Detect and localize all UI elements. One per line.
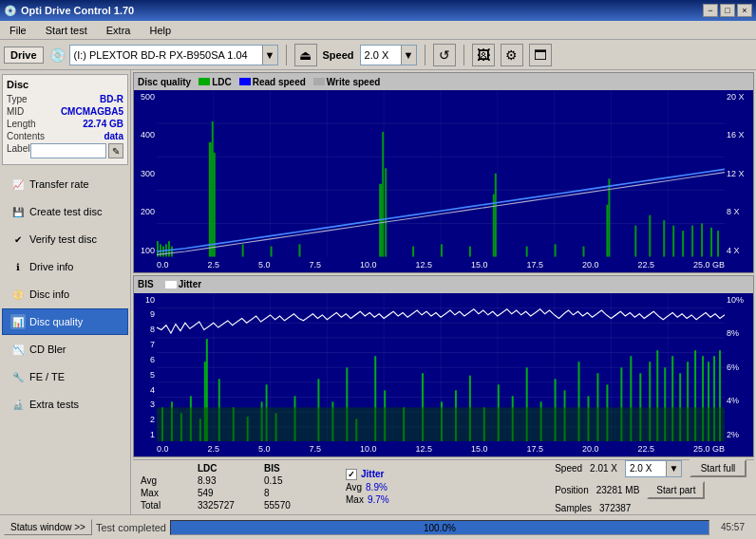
sidebar-label-disc-quality: Disc quality xyxy=(29,316,83,327)
close-button[interactable]: × xyxy=(737,4,752,17)
maximize-button[interactable]: □ xyxy=(720,4,735,17)
sidebar-item-cd-bler[interactable]: 📉 CD Bler xyxy=(2,336,128,362)
disc-label-edit-button[interactable]: ✎ xyxy=(108,143,123,158)
settings-button[interactable]: ⚙ xyxy=(501,44,523,66)
stats-ldc-total: 3325727 xyxy=(198,500,245,511)
sidebar-item-fe-te[interactable]: 🔧 FE / TE xyxy=(2,363,128,390)
legend-ldc: LDC xyxy=(198,77,232,87)
svg-rect-42 xyxy=(682,231,684,256)
sidebar-label-disc-info: Disc info xyxy=(29,288,69,300)
stats-speed-select[interactable]: 2.0 X ▼ xyxy=(625,460,682,477)
top-chart-svg xyxy=(157,90,725,257)
svg-rect-34 xyxy=(555,244,557,256)
disc-type-label: Type xyxy=(7,94,28,104)
disc-icon-button[interactable]: 🖼 xyxy=(472,44,495,66)
svg-rect-22 xyxy=(242,244,244,256)
stats-position-row: Position 23281 MB Start part xyxy=(555,481,747,499)
sidebar-item-create-test-disc[interactable]: 💾 Create test disc xyxy=(2,198,128,225)
disc-info-icon: 📀 xyxy=(10,287,26,302)
fe-te-icon: 🔧 xyxy=(10,369,26,384)
start-part-button[interactable]: Start part xyxy=(647,481,705,499)
y-label-5: 5 xyxy=(134,370,157,380)
svg-rect-46 xyxy=(717,231,719,256)
title-bar-buttons: − □ × xyxy=(703,4,752,17)
menu-file[interactable]: File xyxy=(4,23,32,38)
start-full-button[interactable]: Start full xyxy=(690,459,747,477)
sidebar-item-transfer-rate[interactable]: 📈 Transfer rate xyxy=(2,171,128,197)
y-label-1: 1 xyxy=(134,430,157,439)
svg-rect-41 xyxy=(672,226,674,257)
window-button[interactable]: 🗖 xyxy=(529,44,552,66)
stats-bis-col-header: BIS xyxy=(264,463,302,474)
top-chart-y-axis-left: 500 400 300 200 100 xyxy=(134,90,157,257)
svg-rect-29 xyxy=(441,244,443,256)
stats-speed-value: 2.01 X xyxy=(590,463,617,474)
stats-speed-dropdown[interactable]: ▼ xyxy=(666,461,681,476)
sidebar-label-drive-info: Drive info xyxy=(29,261,73,272)
stats-total-row: Total 3325727 55570 xyxy=(141,500,331,511)
stats-speed-select-val: 2.0 X xyxy=(630,463,652,474)
refresh-button[interactable]: ↺ xyxy=(433,44,456,66)
sidebar-label-extra-tests: Extra tests xyxy=(29,399,79,410)
svg-rect-44 xyxy=(701,223,703,256)
y-label-9: 9 xyxy=(134,309,157,319)
content-area: Disc quality LDC Read speed Write speed xyxy=(131,70,756,514)
legend-write-speed: Write speed xyxy=(313,77,381,87)
drive-dropdown-arrow[interactable]: ▼ xyxy=(262,46,277,65)
jitter-checkbox[interactable]: ✓ xyxy=(346,469,357,480)
sidebar-label-transfer-rate: Transfer rate xyxy=(29,178,89,190)
sidebar-item-disc-quality[interactable]: 📊 Disc quality xyxy=(2,308,128,335)
menu-start-test[interactable]: Start test xyxy=(40,23,93,38)
disc-contents-value: data xyxy=(104,131,123,141)
bottom-chart-y-axis-right: 10% 8% 6% 4% 2% xyxy=(725,293,753,441)
drive-name: (I:) PLEXTOR BD-R PX-B950SA 1.04 xyxy=(74,49,248,61)
stats-samples-label: Samples xyxy=(555,503,592,513)
stats-label-col xyxy=(141,463,179,474)
bottom-chart-svg-area xyxy=(157,293,725,441)
speed-select[interactable]: 2.0 X ▼ xyxy=(360,45,417,65)
sidebar-item-verify-test-disc[interactable]: ✔ Verify test disc xyxy=(2,226,128,252)
stats-max-label: Max xyxy=(141,488,179,498)
stats-ldc-bis: LDC BIS Avg 8.93 0.15 Max 549 8 Total xyxy=(141,463,331,511)
svg-rect-28 xyxy=(412,247,414,257)
stats-bis-total: 55570 xyxy=(264,500,302,511)
y-label-7: 7 xyxy=(134,340,157,349)
menu-help[interactable]: Help xyxy=(143,23,177,38)
stats-ldc-max: 549 xyxy=(198,488,245,498)
disc-label-input[interactable] xyxy=(30,143,106,158)
drive-eject-button[interactable]: ⏏ xyxy=(294,44,317,66)
bottom-chart-body: 10 9 8 7 6 5 4 3 2 1 10% 8% xyxy=(134,293,753,456)
chart-container: Disc quality LDC Read speed Write speed xyxy=(131,70,756,514)
menu-extra[interactable]: Extra xyxy=(101,23,137,38)
disc-mid-row: MID CMCMAGBA5 xyxy=(7,106,123,117)
stats-headers: LDC BIS xyxy=(141,463,331,474)
app-title: Opti Drive Control 1.70 xyxy=(21,5,134,16)
speed-dropdown-arrow[interactable]: ▼ xyxy=(401,46,416,65)
top-chart-title-bar: Disc quality LDC Read speed Write speed xyxy=(134,73,753,90)
legend-read-speed-label: Read speed xyxy=(253,77,306,87)
jitter-header-row: ✓ Jitter xyxy=(346,469,389,480)
stats-bis-avg: 0.15 xyxy=(264,475,302,486)
svg-rect-115 xyxy=(157,407,725,441)
stats-bar: LDC BIS Avg 8.93 0.15 Max 549 8 Total xyxy=(133,459,754,512)
y-right-20x: 20 X xyxy=(725,92,753,102)
bottom-chart-y-axis-left: 10 9 8 7 6 5 4 3 2 1 xyxy=(134,293,157,441)
sidebar-item-drive-info[interactable]: ℹ Drive info xyxy=(2,253,128,280)
drive-select[interactable]: (I:) PLEXTOR BD-R PX-B950SA 1.04 ▼ xyxy=(69,45,278,65)
sidebar-label-fe-te: FE / TE xyxy=(29,371,65,382)
y-label-8: 8 xyxy=(134,325,157,334)
y-label-6: 6 xyxy=(134,355,157,364)
disc-length-label: Length xyxy=(7,119,36,129)
sidebar-item-extra-tests[interactable]: 🔬 Extra tests xyxy=(2,391,128,418)
status-window-button[interactable]: Status window >> xyxy=(4,519,92,535)
sidebar-label-cd-bler: CD Bler xyxy=(29,344,66,355)
disc-info-section: Disc Type BD-R MID CMCMAGBA5 Length 22.7… xyxy=(2,74,128,165)
jitter-avg-value: 8.9% xyxy=(366,482,387,493)
svg-rect-36 xyxy=(606,205,608,257)
sidebar-label-create-test-disc: Create test disc xyxy=(29,206,102,217)
minimize-button[interactable]: − xyxy=(703,4,718,17)
stats-right-panel: Speed 2.01 X 2.0 X ▼ Start full Position… xyxy=(555,459,747,513)
disc-contents-label: Contents xyxy=(7,131,45,141)
sidebar-item-disc-info[interactable]: 📀 Disc info xyxy=(2,281,128,307)
svg-rect-45 xyxy=(710,228,712,257)
